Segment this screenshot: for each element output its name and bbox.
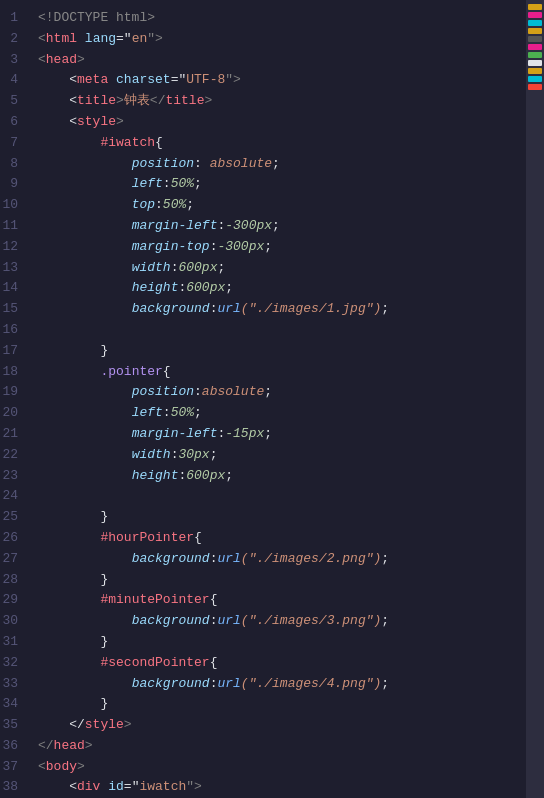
token-html-tag: title (77, 93, 116, 108)
editor-container: 1234567891011121314151617181920212223242… (0, 0, 544, 798)
token-plain (38, 260, 132, 275)
token-html-attr: charset (116, 72, 171, 87)
code-line: background:url("./images/2.png"); (38, 549, 544, 570)
token-brace: { (210, 655, 218, 670)
token-value-str: absolute (210, 156, 272, 171)
line-number: 21 (0, 424, 22, 445)
line-number: 18 (0, 362, 22, 383)
line-number: 11 (0, 216, 22, 237)
line-number: 37 (0, 757, 22, 778)
token-plain (38, 197, 132, 212)
token-tag-angle: < (38, 759, 46, 774)
token-tag-angle: > (116, 93, 124, 108)
token-plain (38, 696, 100, 711)
line-number: 38 (0, 777, 22, 798)
token-tag-angle: "> (186, 779, 202, 794)
token-tag-angle: < (38, 52, 46, 67)
code-line: margin-top:-300px; (38, 237, 544, 258)
token-plain: ; (217, 260, 225, 275)
line-number: 33 (0, 674, 22, 695)
line-number: 30 (0, 611, 22, 632)
line-number: 26 (0, 528, 22, 549)
token-plain (38, 655, 100, 670)
line-number: 14 (0, 278, 22, 299)
token-plain: ; (225, 280, 233, 295)
token-html-attr-val: UTF-8 (186, 72, 225, 87)
token-plain (38, 426, 132, 441)
code-line: #iwatch{ (38, 133, 544, 154)
token-value-str: absolute (202, 384, 264, 399)
token-property: width (132, 260, 171, 275)
code-line: #hourPointer{ (38, 528, 544, 549)
token-plain: ; (264, 239, 272, 254)
token-plain (38, 447, 132, 462)
token-plain (38, 572, 100, 587)
token-plain (38, 176, 132, 191)
line-number: 35 (0, 715, 22, 736)
token-selector-id: #hourPointer (100, 530, 194, 545)
token-plain: ; (225, 468, 233, 483)
code-line: </head> (38, 736, 544, 757)
token-property: height (132, 280, 179, 295)
code-line: position: absolute; (38, 154, 544, 175)
code-area[interactable]: <!DOCTYPE html><html lang="en"><head> <m… (30, 0, 544, 798)
code-line: height:600px; (38, 466, 544, 487)
token-plain: ; (194, 405, 202, 420)
code-line: </style> (38, 715, 544, 736)
code-line: <meta charset="UTF-8"> (38, 70, 544, 91)
token-property: background (132, 551, 210, 566)
line-number: 20 (0, 403, 22, 424)
line-number: 36 (0, 736, 22, 757)
right-sidebar (526, 0, 544, 798)
line-number: 4 (0, 70, 22, 91)
token-html-tag: head (46, 52, 77, 67)
token-tag-angle: "> (147, 31, 163, 46)
sidebar-marker (528, 4, 542, 10)
code-line: left:50%; (38, 174, 544, 195)
token-tag-angle: > (124, 717, 132, 732)
line-number: 2 (0, 29, 22, 50)
token-property: margin-top (132, 239, 210, 254)
token-plain: < (38, 93, 77, 108)
token-plain: : (194, 156, 210, 171)
line-number: 13 (0, 258, 22, 279)
token-value-num: -15px (225, 426, 264, 441)
token-value-str: ("./images/2.png") (241, 551, 381, 566)
line-number: 6 (0, 112, 22, 133)
token-plain (38, 468, 132, 483)
token-brace: } (100, 509, 108, 524)
token-chinese: 钟表 (124, 93, 150, 108)
token-plain: ; (381, 676, 389, 691)
token-tag-angle: > (77, 759, 85, 774)
token-brace: } (100, 634, 108, 649)
token-selector-id: #minutePointer (100, 592, 209, 607)
token-value-num: 50% (171, 405, 194, 420)
token-plain: ; (381, 613, 389, 628)
code-line: <title>钟表</title> (38, 91, 544, 112)
token-brace: } (100, 572, 108, 587)
sidebar-marker (528, 52, 542, 58)
code-line: } (38, 694, 544, 715)
token-html-attr-val: en (132, 31, 148, 46)
line-number: 5 (0, 91, 22, 112)
line-number: 8 (0, 154, 22, 175)
code-line: width:30px; (38, 445, 544, 466)
sidebar-marker (528, 20, 542, 26)
line-number: 34 (0, 694, 22, 715)
token-plain (77, 31, 85, 46)
token-plain (38, 530, 100, 545)
token-value-num: 600px (186, 280, 225, 295)
code-line: } (38, 341, 544, 362)
token-html-tag: title (165, 93, 204, 108)
line-number: 25 (0, 507, 22, 528)
token-brace: { (194, 530, 202, 545)
sidebar-marker (528, 12, 542, 18)
token-plain (38, 301, 132, 316)
token-plain: : (163, 405, 171, 420)
token-value-url: url (217, 676, 240, 691)
code-line: #minutePointer{ (38, 590, 544, 611)
token-plain: ; (264, 426, 272, 441)
token-property: left (132, 405, 163, 420)
line-number: 27 (0, 549, 22, 570)
token-plain: ; (264, 384, 272, 399)
